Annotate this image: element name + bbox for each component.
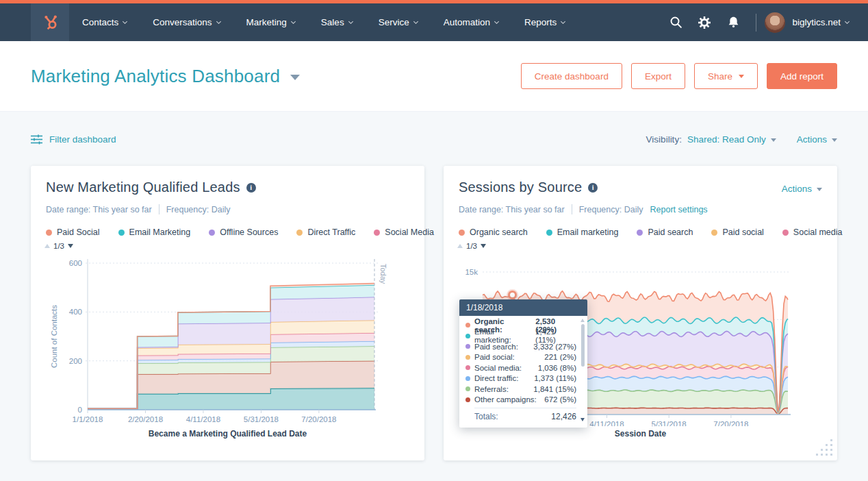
legend-pager: 1/3 — [457, 242, 824, 250]
chevron-down-icon — [348, 18, 353, 23]
bell-icon — [727, 16, 740, 29]
filter-dashboard-button[interactable]: Filter dashboard — [31, 134, 116, 145]
legend-item[interactable]: Social Media — [374, 227, 434, 237]
tooltip-scrollbar[interactable] — [579, 319, 586, 421]
legend-item[interactable]: Email Marketing — [118, 227, 191, 237]
legend-dot-icon — [465, 365, 470, 370]
report-title: Sessions by Source — [459, 180, 582, 195]
svg-text:200: 200 — [69, 357, 82, 365]
report-actions-menu[interactable]: Actions — [782, 184, 822, 194]
chevron-down-icon — [561, 18, 565, 23]
nav-item-sales[interactable]: Sales — [308, 3, 366, 41]
search-icon — [669, 16, 682, 29]
tooltip-date: 1/18/2018 — [459, 299, 587, 316]
tooltip-row: Direct traffic:1,373 (11%) — [465, 373, 576, 384]
settings-button[interactable] — [690, 3, 719, 41]
avatar[interactable] — [765, 12, 785, 33]
tooltip-row: Email marketing:1,421 (11%) — [465, 331, 576, 342]
divider — [572, 204, 572, 214]
export-button[interactable]: Export — [631, 63, 685, 89]
pager-up-icon[interactable] — [457, 244, 463, 248]
chevron-down-icon — [845, 18, 850, 23]
legend-pager: 1/3 — [44, 242, 411, 250]
legend-dot-icon — [465, 397, 470, 402]
info-icon[interactable] — [246, 183, 256, 193]
chevron-down-icon — [494, 18, 499, 23]
create-dashboard-button[interactable]: Create dashboard — [521, 63, 622, 89]
svg-text:7/20/2018: 7/20/2018 — [301, 415, 336, 423]
report-card-new-mql: New Marketing Qualified Leads Date range… — [31, 166, 424, 460]
visibility-select[interactable]: Shared: Read Only — [687, 134, 776, 145]
legend-item[interactable]: Organic search — [459, 227, 528, 237]
pager-up-icon[interactable] — [44, 244, 50, 248]
tooltip-totals: Totals: 12,426 — [474, 408, 576, 423]
chart-legend: Paid SocialEmail MarketingOffline Source… — [46, 227, 409, 237]
chevron-down-icon — [216, 18, 221, 23]
legend-item[interactable]: Paid Social — [46, 227, 100, 237]
legend-dot-icon — [465, 386, 470, 391]
legend-item[interactable]: Email marketing — [546, 227, 619, 237]
page-header: Marketing Analytics Dashboard Create das… — [0, 41, 868, 112]
caret-down-icon — [832, 138, 837, 142]
info-icon[interactable] — [588, 183, 598, 193]
legend-item[interactable]: Offline Sources — [209, 227, 278, 237]
legend-item[interactable]: Social media — [782, 227, 843, 237]
svg-text:2/20/2018: 2/20/2018 — [128, 415, 163, 423]
page-title: Marketing Analytics Dashboard — [31, 66, 280, 87]
nav-divider — [756, 14, 756, 32]
nav-item-automation[interactable]: Automation — [431, 3, 511, 41]
legend-dot-icon — [465, 355, 470, 360]
svg-text:5/31/2018: 5/31/2018 — [652, 420, 687, 426]
frequency-label: Frequency: Daily — [166, 205, 231, 214]
legend-item[interactable]: Paid search — [637, 227, 693, 237]
account-menu[interactable]: biglytics.net — [792, 17, 849, 27]
legend-dot-icon — [118, 230, 125, 236]
legend-dot-icon — [637, 230, 643, 236]
pager-down-icon[interactable] — [68, 244, 73, 248]
nav-item-marketing[interactable]: Marketing — [233, 3, 308, 41]
caret-down-icon — [771, 138, 776, 142]
gear-icon — [698, 16, 711, 29]
nav-item-service[interactable]: Service — [366, 3, 431, 41]
legend-dot-icon — [465, 344, 470, 349]
svg-text:400: 400 — [69, 308, 82, 316]
mql-area-chart[interactable]: Today1/1/20182/20/20184/11/20185/31/2018… — [46, 255, 409, 426]
dashboard-actions-menu[interactable]: Actions — [797, 134, 837, 145]
nav-item-reports[interactable]: Reports — [511, 3, 578, 41]
filter-sliders-icon — [31, 134, 42, 145]
tooltip-row: Paid social:221 (2%) — [465, 352, 576, 363]
legend-item[interactable]: Direct Traffic — [296, 227, 355, 237]
dashboard-title-menu[interactable]: Marketing Analytics Dashboard — [31, 66, 300, 87]
svg-text:0: 0 — [78, 406, 82, 414]
add-report-button[interactable]: Add report — [767, 63, 837, 89]
nav-item-contacts[interactable]: Contacts — [69, 3, 140, 41]
hubspot-logo-button[interactable] — [31, 3, 69, 41]
share-button[interactable]: Share — [694, 63, 758, 89]
scroll-up-icon[interactable] — [580, 319, 585, 322]
legend-dot-icon — [296, 230, 303, 236]
pager-down-icon[interactable] — [481, 244, 486, 248]
search-button[interactable] — [661, 3, 690, 41]
report-settings-link[interactable]: Report settings — [650, 205, 708, 214]
report-card-sessions: Sessions by Source Actions Date range: T… — [444, 166, 837, 460]
frequency-label: Frequency: Daily — [579, 205, 643, 214]
svg-text:Count of Contacts: Count of Contacts — [50, 305, 58, 368]
caret-down-icon — [739, 75, 744, 78]
nav-item-conversations[interactable]: Conversations — [140, 3, 233, 41]
scrollbar-thumb[interactable] — [581, 324, 585, 367]
tooltip-rows: Organic search:2,530 (20%)Email marketin… — [465, 320, 576, 405]
legend-dot-icon — [209, 230, 215, 236]
svg-text:4/11/2018: 4/11/2018 — [186, 415, 220, 423]
report-title: New Marketing Qualified Leads — [46, 180, 240, 195]
legend-item[interactable]: Paid social — [711, 227, 763, 237]
chevron-down-icon — [413, 18, 418, 23]
nav-menu: ContactsConversationsMarketingSalesServi… — [69, 3, 578, 41]
legend-dot-icon — [782, 230, 789, 236]
scroll-down-icon[interactable] — [580, 418, 585, 421]
tooltip-row: Social media:1,036 (8%) — [465, 362, 576, 373]
main-navbar: ContactsConversationsMarketingSalesServi… — [0, 3, 868, 41]
date-range-label: Date range: This year so far — [459, 205, 565, 214]
svg-text:600: 600 — [69, 259, 82, 267]
notifications-button[interactable] — [719, 3, 748, 41]
resize-handle[interactable] — [816, 439, 834, 457]
